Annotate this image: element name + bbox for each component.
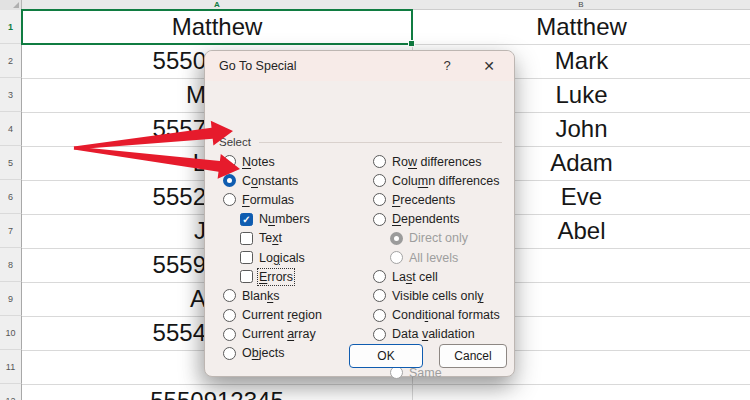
checkbox-text[interactable]: Text [223,229,322,248]
checkbox-errors[interactable]: Errors [223,267,322,286]
group-divider [259,142,502,143]
radio-icon [223,309,236,322]
row-header-2[interactable]: 2 [0,44,22,78]
option-label: Constants [242,174,298,188]
option-label: Notes [242,155,275,169]
radio-current-region[interactable]: Current region [223,306,322,325]
row-header-12[interactable]: 12 [0,384,22,400]
radio-icon [373,289,386,302]
radio-icon [390,366,403,379]
radio-visible-cells-only[interactable]: Visible cells only [373,286,500,305]
checkbox-icon [240,232,253,245]
cell-a3[interactable]: M [23,78,206,112]
row-header-4[interactable]: 4 [0,112,22,146]
option-label: All levels [409,251,458,265]
checkbox-numbers[interactable]: ✓Numbers [223,210,322,229]
cell-a4[interactable]: 5557 [23,112,206,146]
radio-notes[interactable]: Notes [223,152,322,171]
radio-icon [223,328,236,341]
radio-row-differences[interactable]: Row differences [373,152,500,171]
row-header-6[interactable]: 6 [0,180,22,214]
option-label: Objects [242,346,284,360]
option-label: Last cell [392,270,438,284]
option-label: Formulas [242,193,294,207]
row-header-11[interactable]: 11 [0,350,22,384]
radio-current-array[interactable]: Current array [223,325,322,344]
radio-icon [223,289,236,302]
radio-conditional-formats[interactable]: Conditional formats [373,306,500,325]
option-label: Direct only [409,231,468,245]
radio-icon [223,174,236,187]
excel-window: A B 1MatthewMatthew25550Mark3MLuke45557J… [0,0,750,400]
row-header-1[interactable]: 1 [0,10,22,44]
radio-dependents[interactable]: Dependents [373,210,500,229]
cell-a12[interactable]: 5550912345 [22,384,412,400]
cell-a7[interactable]: J [23,214,206,248]
column-header-b[interactable]: B [412,0,750,10]
option-label: Current region [242,308,322,322]
row-header-5[interactable]: 5 [0,146,22,180]
fill-handle[interactable] [408,40,415,47]
cancel-button[interactable]: Cancel [439,344,507,368]
row-header-7[interactable]: 7 [0,214,22,248]
cell-a5[interactable]: L [23,146,206,180]
option-label: Current array [242,327,316,341]
help-icon[interactable]: ? [437,51,457,81]
option-label: Errors [259,270,293,284]
radio-icon [373,309,386,322]
checkbox-icon: ✓ [240,213,253,226]
dialog-title: Go To Special [219,51,297,81]
option-label: Precedents [392,193,455,207]
select-all-corner[interactable] [0,0,22,10]
radio-precedents[interactable]: Precedents [373,190,500,209]
radio-constants[interactable]: Constants [223,171,322,190]
select-group-label: Select [219,136,251,148]
radio-icon [373,270,386,283]
radio-icon [223,193,236,206]
row-header-9[interactable]: 9 [0,282,22,316]
row-header-10[interactable]: 10 [0,316,22,350]
option-label: Row differences [392,155,481,169]
radio-formulas[interactable]: Formulas [223,190,322,209]
radio-blanks[interactable]: Blanks [223,286,322,305]
radio-icon [390,251,403,264]
option-label: Conditional formats [392,308,500,322]
option-label: Blanks [242,289,280,303]
checkbox-icon [240,270,253,283]
radio-icon [373,193,386,206]
cell-a9[interactable]: A [23,282,206,316]
option-label: Data validation [392,327,475,341]
go-to-special-dialog: Go To Special ? ✕ Select NotesConstantsF… [204,50,515,377]
radio-icon [373,174,386,187]
close-icon[interactable]: ✕ [477,51,501,81]
cell-a10[interactable]: 5554 [23,316,206,350]
radio-icon [390,232,403,245]
select-all-triangle-icon [13,2,19,8]
option-label: Text [259,231,282,245]
row-header-3[interactable]: 3 [0,78,22,112]
radio-data-validation[interactable]: Data validation [373,325,500,344]
radio-all-levels: All levels [373,248,500,267]
cell-b1[interactable]: Matthew [413,10,750,44]
cell-a2[interactable]: 5550 [23,44,206,78]
cell-a8[interactable]: 5559 [23,248,206,282]
cell-a1[interactable]: Matthew [22,10,412,44]
ok-button[interactable]: OK [349,344,423,368]
radio-last-cell[interactable]: Last cell [373,267,500,286]
radio-direct-only: Direct only [373,229,500,248]
row-header-8[interactable]: 8 [0,248,22,282]
checkbox-icon [240,251,253,264]
radio-icon [373,213,386,226]
cell-a6[interactable]: 5552 [23,180,206,214]
option-label: Logicals [259,251,305,265]
option-label: Visible cells only [392,289,483,303]
radio-icon [223,347,236,360]
options-left-column: NotesConstantsFormulas✓NumbersTextLogica… [223,152,322,363]
radio-objects[interactable]: Objects [223,344,322,363]
checkbox-logicals[interactable]: Logicals [223,248,322,267]
option-label: Dependents [392,212,459,226]
radio-column-differences[interactable]: Column differences [373,171,500,190]
radio-icon [223,155,236,168]
column-header-a[interactable]: A [22,0,412,10]
radio-icon [373,155,386,168]
